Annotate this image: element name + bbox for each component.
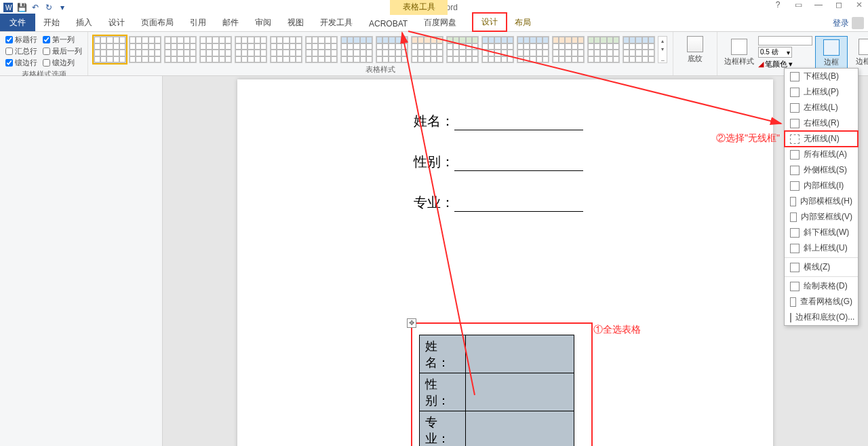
mi-view-gridlines[interactable]: 查看网格线(G) [785, 294, 858, 310]
table-style[interactable] [270, 36, 302, 63]
table-move-handle-icon[interactable]: ✥ [407, 318, 416, 328]
mi-inside-borders[interactable]: 内部框线(I) [785, 178, 858, 193]
redo-icon[interactable]: ↻ [43, 2, 54, 13]
table-style[interactable] [623, 36, 655, 63]
mi-all-borders[interactable]: 所有框线(A) [785, 147, 858, 162]
table-style[interactable] [446, 36, 479, 63]
qat-customize-icon[interactable]: ▾ [57, 2, 68, 13]
table-style[interactable] [481, 36, 514, 63]
mi-hline[interactable]: 横线(Z) [785, 259, 858, 275]
page-surface[interactable]: 姓名： 性别： 专业： ✥ 姓名： 性别： 专业： ①全选表格 [163, 76, 868, 446]
mi-diag-down[interactable]: 斜下框线(W) [785, 225, 858, 240]
borders-icon [823, 39, 840, 56]
tab-baidu[interactable]: 百度网盘 [416, 14, 465, 31]
border-bottom-icon [790, 72, 800, 81]
help-icon[interactable]: ? [772, 0, 784, 10]
cell[interactable] [466, 373, 574, 411]
mi-left-border[interactable]: 左框线(L) [785, 100, 858, 115]
mi-inside-v-border[interactable]: 内部竖框线(V) [785, 209, 858, 225]
border-diag1-icon [790, 228, 800, 238]
table-style[interactable] [587, 36, 620, 63]
table-style[interactable] [411, 36, 443, 63]
mi-inside-h-border[interactable]: 内部横框线(H) [785, 193, 858, 209]
window-controls: ? ▭ — ◻ ✕ [772, 0, 865, 10]
border-top-icon [790, 88, 800, 97]
mi-draw-table[interactable]: 绘制表格(D) [785, 278, 858, 294]
mi-bottom-border[interactable]: 下框线(B) [785, 69, 858, 84]
tab-review[interactable]: 审阅 [247, 14, 279, 31]
table-style[interactable] [517, 36, 549, 63]
opt-header-row[interactable]: 标题行 [5, 35, 37, 45]
tab-acrobat[interactable]: ACROBAT [361, 16, 416, 31]
tab-mailings[interactable]: 邮件 [214, 14, 247, 31]
gallery-more-icon[interactable]: ▴▾⎯ [658, 36, 667, 63]
opt-banded-row[interactable]: 镶边行 [5, 58, 37, 68]
opt-first-col[interactable]: 第一列 [43, 35, 82, 45]
minimize-icon[interactable]: — [812, 0, 825, 10]
line-style-preview[interactable] [758, 36, 812, 45]
group-shading: 底纹 [673, 32, 717, 75]
hline-icon [790, 263, 800, 272]
border-styles-icon [731, 39, 747, 55]
table-style[interactable] [305, 36, 338, 63]
border-outside-icon [790, 166, 800, 175]
mi-right-border[interactable]: 右框线(R) [785, 115, 858, 131]
cell-major[interactable]: 专业： [420, 411, 466, 447]
tab-table-layout[interactable]: 布局 [507, 14, 539, 31]
word-icon: W [3, 2, 14, 13]
table-row: 性别： [420, 373, 574, 411]
annotation-1: ①全选表格 [593, 324, 641, 336]
shading-button[interactable]: 底纹 [679, 33, 711, 67]
login-link[interactable]: 登录 [833, 17, 864, 29]
undo-icon[interactable]: ↶ [30, 2, 41, 13]
table-styles-gallery[interactable]: ▴▾⎯ [94, 33, 667, 63]
selected-table[interactable]: 姓名： 性别： 专业： [419, 335, 574, 446]
save-icon[interactable]: 💾 [16, 2, 27, 13]
mi-no-border[interactable]: 无框线(N) [785, 131, 858, 147]
table-style[interactable] [199, 36, 232, 63]
table-style[interactable] [235, 36, 267, 63]
svg-text:W: W [5, 4, 12, 12]
table-style[interactable] [129, 36, 161, 63]
borders-button[interactable]: 边框 [815, 36, 848, 71]
cell[interactable] [466, 335, 574, 373]
paper: 姓名： 性别： 专业： ✥ 姓名： 性别： 专业： ①全选表格 [237, 79, 773, 446]
mi-outside-borders[interactable]: 外侧框线(S) [785, 162, 858, 178]
underline [454, 130, 583, 130]
border-right-icon [790, 119, 800, 128]
tab-insert[interactable]: 插入 [68, 14, 100, 31]
mi-borders-dialog[interactable]: 边框和底纹(O)... [785, 310, 858, 325]
tab-design[interactable]: 设计 [100, 14, 133, 31]
border-all-icon [790, 150, 800, 160]
title-bar: W 💾 ↶ ↻ ▾ 文档1 - Word 表格工具 ? ▭ — ◻ ✕ [0, 0, 868, 15]
border-styles-button[interactable]: 边框样式 [723, 36, 755, 69]
cell-name[interactable]: 姓名： [420, 335, 466, 373]
table-style-1[interactable] [94, 36, 126, 63]
table-style[interactable] [552, 36, 585, 63]
ribbon-options-icon[interactable]: ▭ [792, 0, 804, 10]
tab-home[interactable]: 开始 [35, 14, 68, 31]
borders-dropdown-menu: 下框线(B) 上框线(P) 左框线(L) 右框线(R) 无框线(N) 所有框线(… [784, 68, 859, 326]
border-width-select[interactable]: 0.5 磅▾ [758, 47, 792, 58]
tab-file[interactable]: 文件 [0, 14, 35, 31]
tab-references[interactable]: 引用 [182, 14, 214, 31]
opt-total-row[interactable]: 汇总行 [5, 46, 37, 56]
restore-icon[interactable]: ◻ [833, 0, 845, 10]
cell-gender[interactable]: 性别： [420, 373, 466, 411]
tab-table-design[interactable]: 设计 [473, 13, 507, 31]
table-style[interactable] [376, 36, 408, 63]
border-none-icon [790, 134, 800, 144]
table-row: 专业： [420, 411, 574, 447]
opt-banded-col[interactable]: 镶边列 [43, 58, 82, 68]
tab-view[interactable]: 视图 [279, 14, 312, 31]
mi-top-border[interactable]: 上框线(P) [785, 84, 858, 100]
table-style[interactable] [164, 36, 197, 63]
close-icon[interactable]: ✕ [853, 0, 865, 10]
border-painter-button[interactable]: 边框刷 [850, 36, 868, 69]
table-style[interactable] [340, 36, 373, 63]
tab-page-layout[interactable]: 页面布局 [133, 14, 182, 31]
opt-last-col[interactable]: 最后一列 [43, 46, 82, 56]
mi-diag-up[interactable]: 斜上框线(U) [785, 240, 858, 256]
tab-developer[interactable]: 开发工具 [312, 14, 361, 31]
cell[interactable] [466, 411, 574, 447]
